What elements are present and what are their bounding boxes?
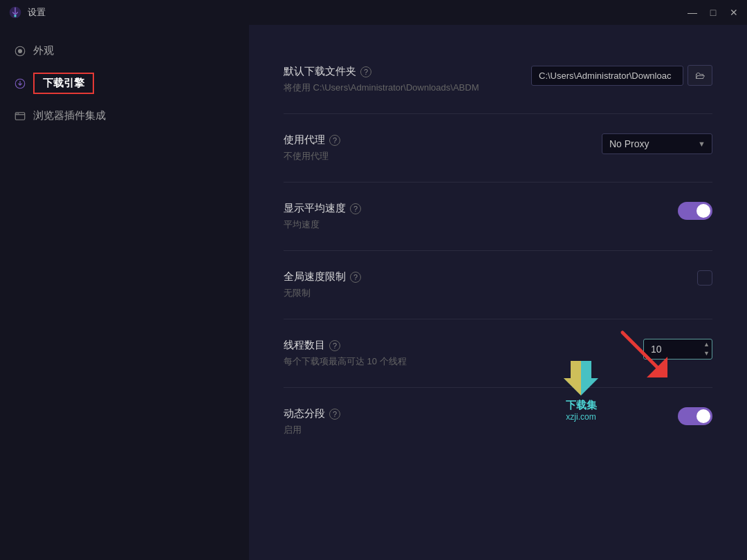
appearance-label: 外观 [33,44,54,57]
proxy-select[interactable]: No Proxy System Proxy Manual Proxy [602,133,712,154]
titlebar: 设置 — □ ✕ [0,0,747,25]
proxy-section: 使用代理 ? 不使用代理 No Proxy System Proxy Manua… [284,114,712,183]
download-label: 下载引擎 [33,73,94,94]
folder-input-wrap: 🗁 [531,65,712,86]
thread-count-control: ▲ ▼ [643,339,712,360]
titlebar-left: 设置 [8,6,46,19]
titlebar-controls: — □ ✕ [688,8,739,17]
avg-speed-control [678,202,712,220]
download-folder-help[interactable]: ? [360,66,371,77]
svg-point-1 [14,15,16,17]
avg-speed-info: 显示平均速度 ? 平均速度 [284,202,657,231]
thread-increment-btn[interactable]: ▲ [703,340,710,349]
dynamic-segment-toggle[interactable] [678,407,712,425]
main-layout: 外观 下载引擎 浏览器插件集成 默认下载文件 [0,25,747,560]
sidebar: 外观 下载引擎 浏览器插件集成 [0,25,249,560]
download-folder-info: 默认下载文件夹 ? 将使用 C:\Users\Administrator\Dow… [284,65,510,94]
thread-count-input[interactable] [643,339,712,360]
avg-speed-help[interactable]: ? [350,203,361,214]
speed-limit-checkbox[interactable] [697,270,712,286]
dynamic-segment-section: 动态分段 ? 启用 [284,388,712,456]
thread-count-section: 线程数目 ? 每个下载项最高可达 10 个线程 ▲ ▼ [284,319,712,388]
speed-limit-desc: 无限制 [284,287,676,299]
avg-speed-label: 显示平均速度 ? [284,202,657,215]
browse-folder-button[interactable]: 🗁 [688,65,712,86]
svg-point-3 [18,49,22,53]
close-button[interactable]: ✕ [729,8,739,17]
svg-point-8 [18,113,19,114]
avg-speed-section: 显示平均速度 ? 平均速度 [284,183,712,251]
dynamic-segment-help[interactable]: ? [329,409,340,420]
thread-count-help[interactable]: ? [329,340,340,351]
browser-icon [14,110,26,122]
sidebar-item-browser[interactable]: 浏览器插件集成 [0,101,249,131]
dynamic-segment-desc: 启用 [284,424,657,436]
dynamic-segment-label: 动态分段 ? [284,407,657,420]
download-folder-control: 🗁 [531,65,712,86]
speed-limit-section: 全局速度限制 ? 无限制 [284,251,712,319]
proxy-control: No Proxy System Proxy Manual Proxy [602,133,712,154]
content-area: 默认下载文件夹 ? 将使用 C:\Users\Administrator\Dow… [249,25,747,560]
proxy-label: 使用代理 ? [284,133,581,147]
svg-point-7 [17,113,18,114]
minimize-button[interactable]: — [688,8,697,17]
avg-speed-toggle[interactable] [678,202,712,220]
appearance-icon [14,45,26,57]
thread-spinners: ▲ ▼ [703,339,710,360]
proxy-select-wrap: No Proxy System Proxy Manual Proxy [602,133,712,154]
download-icon [14,77,26,90]
dynamic-segment-control [678,407,712,425]
speed-limit-label: 全局速度限制 ? [284,270,676,283]
browser-label: 浏览器插件集成 [33,109,106,122]
speed-limit-help[interactable]: ? [350,272,361,283]
avg-speed-desc: 平均速度 [284,218,657,231]
thread-count-label: 线程数目 ? [284,339,622,352]
app-icon [8,6,22,19]
proxy-help[interactable]: ? [329,135,340,146]
thread-decrement-btn[interactable]: ▼ [703,349,710,358]
maximize-button[interactable]: □ [708,8,718,17]
speed-limit-control [697,270,712,286]
proxy-info: 使用代理 ? 不使用代理 [284,133,581,162]
download-folder-desc: 将使用 C:\Users\Administrator\Downloads\ABD… [284,82,510,94]
thread-count-desc: 每个下载项最高可达 10 个线程 [284,355,622,368]
proxy-desc: 不使用代理 [284,150,581,162]
sidebar-item-appearance[interactable]: 外观 [0,36,249,66]
thread-input-wrap: ▲ ▼ [643,339,712,360]
speed-limit-info: 全局速度限制 ? 无限制 [284,270,676,299]
dynamic-segment-info: 动态分段 ? 启用 [284,407,657,436]
download-folder-label: 默认下载文件夹 ? [284,65,510,78]
download-folder-section: 默认下载文件夹 ? 将使用 C:\Users\Administrator\Dow… [284,46,712,114]
window-title: 设置 [28,6,46,19]
sidebar-item-download[interactable]: 下载引擎 [0,66,249,101]
thread-count-info: 线程数目 ? 每个下载项最高可达 10 个线程 [284,339,622,368]
folder-path-input[interactable] [531,66,683,86]
